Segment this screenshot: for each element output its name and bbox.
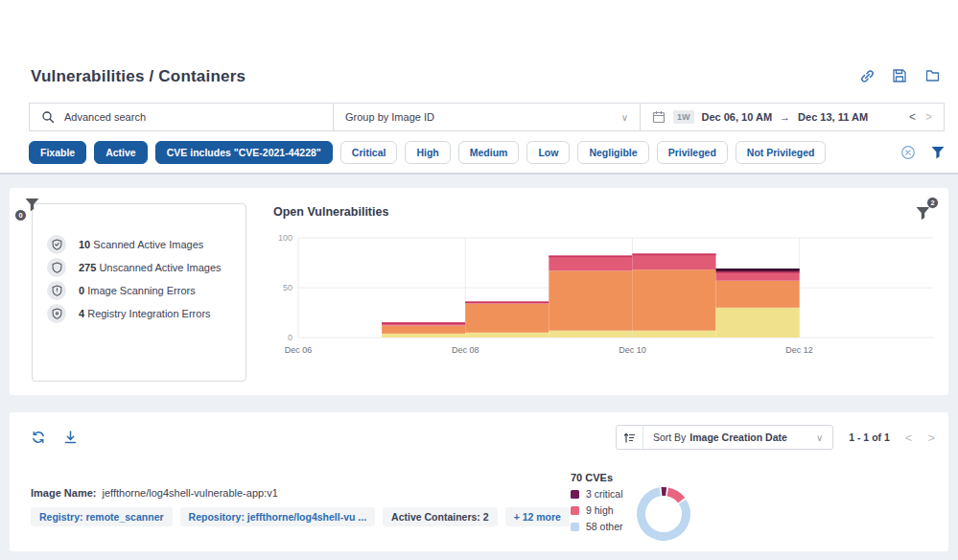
filter-chip[interactable]: Not Privileged [736,141,827,164]
stat-text: 0 Image Scanning Errors [79,285,196,296]
image-name-label: Image Name: [31,487,96,499]
filter-chip[interactable]: High [405,141,450,164]
legend-label: 3 critical [586,488,623,500]
chevron-down-icon: ∨ [621,112,628,123]
page-title: Vulnerabilities / Containers [31,67,245,86]
legend-swatch-icon [571,523,579,531]
results-toolbar: Sort By Image Creation Date ∨ 1 - 1 of 1… [31,424,935,451]
overview-card: 0 10 Scanned Active Images275 Unscanned … [10,188,948,395]
svg-text:Dec 08: Dec 08 [452,345,479,355]
toolbar-right: Sort By Image Creation Date ∨ 1 - 1 of 1… [616,425,935,450]
range-prev-icon[interactable]: < [909,110,916,124]
sort-by-select[interactable]: Sort By Image Creation Date ∨ [616,425,833,450]
date-range-picker[interactable]: 1W Dec 06, 10 AM → Dec 13, 11 AM < > [640,104,944,130]
download-icon[interactable] [63,430,78,445]
shield-error-icon [47,304,66,323]
clear-filters-icon[interactable] [900,145,916,160]
stat-row[interactable]: 275 Unscanned Active Images [47,256,238,279]
chart-header: Open Vulnerabilities 2 [273,199,939,224]
range-preset-badge[interactable]: 1W [673,110,694,124]
header-actions [858,67,941,84]
chevron-down-icon: ∨ [816,432,823,443]
svg-text:0: 0 [288,333,292,342]
filter-actions [900,145,945,160]
sort-by-value: Image Creation Date [689,432,787,443]
cve-legend-item: 9 high [571,504,623,516]
group-by-select[interactable]: Group by Image ID ∨ [333,104,640,130]
image-tag[interactable]: Repository: jeffthorne/log4shell-vu ... [180,507,376,526]
link-icon[interactable] [858,67,876,84]
result-row[interactable]: Image Name: jeffthorne/log4shell-vulnera… [31,487,570,526]
sort-label-wrap: Sort By Image Creation Date ∨ [643,432,832,443]
cve-legend-item: 3 critical [571,488,623,500]
svg-text:Dec 10: Dec 10 [619,345,646,355]
advanced-search-input[interactable]: Advanced search [30,104,333,130]
sort-by-label: Sort By [653,432,686,443]
sort-icon [617,426,643,449]
chart-filter-badge[interactable]: 2 [916,199,937,221]
stat-row[interactable]: 10 Scanned Active Images [47,233,238,256]
shield-check-icon [47,235,66,254]
range-next-icon[interactable]: > [925,110,932,124]
range-end: Dec 13, 11 AM [798,111,868,123]
shield-alert-icon [47,281,66,300]
svg-text:Dec 12: Dec 12 [785,345,813,355]
range-start: Dec 06, 10 AM [702,111,773,123]
search-icon [41,110,55,124]
image-stats-panel: 0 10 Scanned Active Images275 Unscanned … [32,203,246,382]
stat-text: 4 Registry Integration Errors [79,308,211,319]
stat-row[interactable]: 4 Registry Integration Errors [47,302,238,325]
group-by-value: Group by Image ID [345,111,434,123]
legend-swatch-icon [571,490,579,499]
legend-label: 58 other [586,521,623,532]
range-nav: < > [909,110,932,124]
refresh-icon[interactable] [31,430,46,445]
svg-text:Dec 06: Dec 06 [285,345,313,355]
filter-chip[interactable]: Negligible [577,141,648,164]
filter-chip-active[interactable]: Fixable [29,141,86,164]
legend-label: 9 high [586,504,614,516]
stat-text: 10 Scanned Active Images [79,239,203,250]
cve-legend: 3 critical9 high58 other [571,488,623,532]
filter-chips-row: FixableActiveCVE includes "CVE-2021-4422… [29,139,945,165]
search-toolbar: Advanced search Group by Image ID ∨ 1W D… [29,103,945,131]
filter-chip[interactable]: Privileged [657,141,728,164]
cve-total: 70 CVEs [571,472,623,483]
calendar-icon [652,110,666,124]
toolbar-left-icons [31,430,78,445]
cve-summary: 70 CVEs 3 critical9 high58 other [571,472,623,532]
save-icon[interactable] [891,67,908,84]
funnel-icon [916,206,930,221]
stats-list: 10 Scanned Active Images275 Unscanned Ac… [47,233,238,325]
vulnerabilities-containers-page: Vulnerabilities / Containers Advanced se… [0,0,958,560]
image-tag[interactable]: Registry: remote_scanner [31,507,173,526]
page-prev-icon[interactable]: < [905,431,913,445]
page-next-icon[interactable]: > [927,431,935,445]
funnel-icon [25,198,39,212]
header-divider [0,173,958,175]
filter-chips: FixableActiveCVE includes "CVE-2021-4422… [29,141,826,164]
image-tag[interactable]: + 12 more [505,507,570,526]
chart-badge-count: 2 [926,197,939,209]
filter-chip[interactable]: Critical [340,141,398,164]
stat-row[interactable]: 0 Image Scanning Errors [47,279,238,302]
svg-text:100: 100 [278,233,292,243]
image-name-value: jeffthorne/log4shell-vulnerable-app:v1 [103,487,278,499]
folder-icon[interactable] [923,67,941,84]
filter-funnel-icon[interactable] [931,146,945,159]
filter-chip[interactable]: Medium [458,141,520,164]
filter-chip-active[interactable]: CVE includes "CVE-2021-44228" [155,141,333,164]
image-name-line: Image Name: jeffthorne/log4shell-vulnera… [31,487,570,499]
svg-text:50: 50 [283,283,292,292]
legend-swatch-icon [571,506,579,515]
pagination-nav: < > [905,431,935,445]
filter-chip[interactable]: Low [526,141,570,164]
range-arrow-icon: → [780,111,790,123]
open-vulnerabilities-chart: 050100Dec 06Dec 08Dec 10Dec 12 [273,224,939,361]
image-tag[interactable]: Active Containers: 2 [383,507,498,526]
image-tags: Registry: remote_scannerRepository: jeff… [31,507,570,526]
donut-segment [667,492,681,501]
filter-chip-active[interactable]: Active [94,141,148,164]
stats-badge-count: 0 [14,209,27,222]
advanced-search-label: Advanced search [64,111,146,123]
